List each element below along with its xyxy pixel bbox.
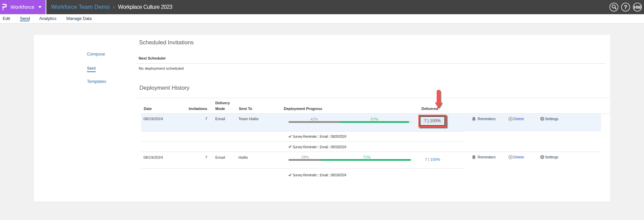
- svg-text:?: ?: [624, 4, 627, 10]
- svg-text:HW: HW: [634, 5, 641, 10]
